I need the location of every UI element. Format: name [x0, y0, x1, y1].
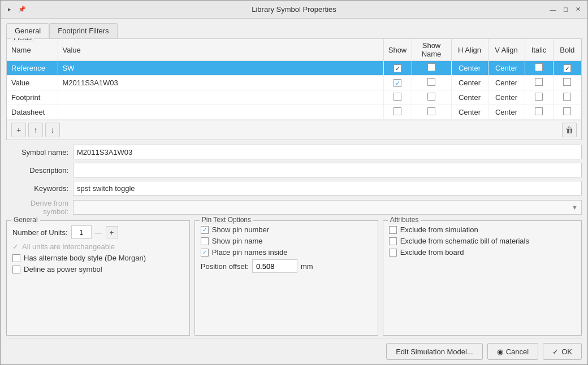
attributes-panel-title: Attributes [388, 216, 421, 224]
title-bar: ▸ 📌 Library Symbol Properties — ◻ ✕ [1, 1, 587, 19]
table-row[interactable]: ReferenceSW✓CenterCenter✓ [7, 61, 581, 76]
power-symbol-checkbox[interactable] [12, 266, 20, 273]
exclude-sim-label: Exclude from simulation [400, 225, 478, 234]
fields-section: Fields Name Value Show Show Name H Align… [6, 38, 582, 140]
table-row[interactable]: FootprintCenterCenter [7, 90, 581, 105]
field-v-align-cell: Center [488, 61, 525, 76]
alternate-body-row: Has alternate body style (De Morgan) [12, 254, 184, 262]
field-italic-cell[interactable] [525, 90, 553, 105]
show-pin-number-label: Show pin number [212, 225, 269, 234]
add-field-button[interactable]: + [11, 123, 26, 137]
ok-button[interactable]: ✓ OK [543, 343, 582, 360]
field-italic-cell[interactable] [525, 76, 553, 90]
field-value-cell [58, 90, 383, 105]
attributes-panel: Attributes Exclude from simulation Exclu… [383, 220, 582, 336]
table-row[interactable]: ValueM2011S3A1W03✓CenterCenter [7, 76, 581, 90]
symbol-name-row: Symbol name: [6, 145, 582, 159]
show-pin-number-row: ✓ Show pin number [201, 225, 372, 234]
alternate-body-checkbox[interactable] [12, 254, 20, 262]
field-show-name-cell[interactable] [412, 90, 451, 105]
units-input-group: — + [71, 225, 118, 239]
exclude-board-label: Exclude from board [400, 248, 464, 257]
col-h-align: H Align [451, 39, 488, 61]
field-show-cell[interactable] [383, 105, 412, 120]
exclude-sim-row: Exclude from simulation [389, 225, 576, 234]
delete-field-button[interactable]: 🗑 [562, 123, 577, 137]
col-italic: Italic [525, 39, 553, 61]
exclude-schematic-label: Exclude from schematic bill of materials [400, 237, 529, 245]
exclude-sim-checkbox[interactable] [389, 226, 397, 234]
all-units-row: ✓ All units are interchangeable [12, 242, 184, 251]
fields-toolbar: + ↑ ↓ 🗑 [7, 120, 581, 140]
pin-icon[interactable]: ▸ [5, 5, 14, 14]
keywords-input[interactable] [73, 181, 582, 195]
field-bold-cell[interactable]: ✓ [553, 61, 581, 76]
all-units-check-icon: ✓ [12, 242, 19, 251]
place-pin-names-label: Place pin names inside [212, 248, 288, 257]
units-plus-button[interactable]: + [106, 226, 118, 238]
col-show-name: Show Name [412, 39, 451, 61]
field-italic-cell[interactable] [525, 105, 553, 120]
field-value-cell: SW [58, 61, 383, 76]
main-window: ▸ 📌 Library Symbol Properties — ◻ ✕ Gene… [0, 0, 588, 365]
move-down-button[interactable]: ↓ [45, 123, 60, 137]
derive-label: Derive from symbol: [6, 199, 68, 216]
units-minus: — [95, 228, 102, 237]
units-row: Number of Units: — + [12, 225, 184, 239]
field-italic-cell[interactable] [525, 61, 553, 76]
field-bold-cell[interactable] [553, 105, 581, 120]
field-v-align-cell: Center [488, 105, 525, 120]
title-bar-icons: ▸ 📌 [5, 5, 27, 14]
field-show-name-cell[interactable] [412, 61, 451, 76]
move-up-button[interactable]: ↑ [28, 123, 43, 137]
show-pin-number-checkbox[interactable]: ✓ [201, 226, 209, 234]
exclude-schematic-checkbox[interactable] [389, 237, 397, 245]
close-button[interactable]: ✕ [573, 5, 583, 15]
pushpin-icon[interactable]: 📌 [18, 5, 27, 14]
field-h-align-cell: Center [451, 105, 488, 120]
general-panel: General Number of Units: — + ✓ All units… [6, 220, 190, 336]
maximize-button[interactable]: ◻ [560, 5, 570, 15]
tab-general[interactable]: General [6, 23, 49, 38]
all-units-label: All units are interchangeable [22, 242, 115, 251]
field-bold-cell[interactable] [553, 90, 581, 105]
fields-table: Name Value Show Show Name H Align V Alig… [7, 39, 581, 120]
col-v-align: V Align [488, 39, 525, 61]
field-show-name-cell[interactable] [412, 76, 451, 90]
field-show-name-cell[interactable] [412, 105, 451, 120]
exclude-board-checkbox[interactable] [389, 249, 397, 257]
symbol-name-input[interactable] [73, 145, 582, 159]
field-name-cell: Datasheet [7, 105, 58, 120]
cancel-label: Cancel [506, 347, 529, 356]
derive-combo[interactable]: ▼ [73, 200, 582, 215]
description-row: Description: [6, 163, 582, 177]
table-row[interactable]: DatasheetCenterCenter [7, 105, 581, 120]
units-label: Number of Units: [12, 228, 68, 237]
place-pin-names-row: ✓ Place pin names inside [201, 248, 372, 257]
window-controls: — ◻ ✕ [548, 5, 583, 15]
units-input[interactable] [71, 225, 92, 239]
alternate-body-label: Has alternate body style (De Morgan) [24, 254, 146, 262]
edit-sim-model-button[interactable]: Edit Simulation Model... [386, 343, 483, 360]
field-show-cell[interactable]: ✓ [383, 61, 412, 76]
cancel-button[interactable]: ◉ Cancel [487, 343, 538, 360]
position-offset-input[interactable] [252, 259, 297, 273]
show-pin-name-checkbox[interactable] [201, 237, 209, 245]
field-value-cell: M2011S3A1W03 [58, 76, 383, 90]
field-show-cell[interactable] [383, 90, 412, 105]
symbol-name-label: Symbol name: [6, 148, 68, 157]
field-h-align-cell: Center [451, 90, 488, 105]
window-title: Library Symbol Properties [252, 5, 336, 14]
field-name-cell: Footprint [7, 90, 58, 105]
tab-footprint-filters[interactable]: Footprint Filters [49, 23, 117, 38]
field-v-align-cell: Center [488, 76, 525, 90]
form-section: Symbol name: Description: Keywords: Deri… [6, 145, 582, 216]
cancel-icon: ◉ [497, 347, 503, 356]
tab-bar: General Footprint Filters [6, 23, 582, 38]
place-pin-names-checkbox[interactable]: ✓ [201, 249, 209, 257]
minimize-button[interactable]: — [548, 5, 558, 15]
field-bold-cell[interactable] [553, 76, 581, 90]
field-show-cell[interactable]: ✓ [383, 76, 412, 90]
col-show: Show [383, 39, 412, 61]
description-input[interactable] [73, 163, 582, 177]
